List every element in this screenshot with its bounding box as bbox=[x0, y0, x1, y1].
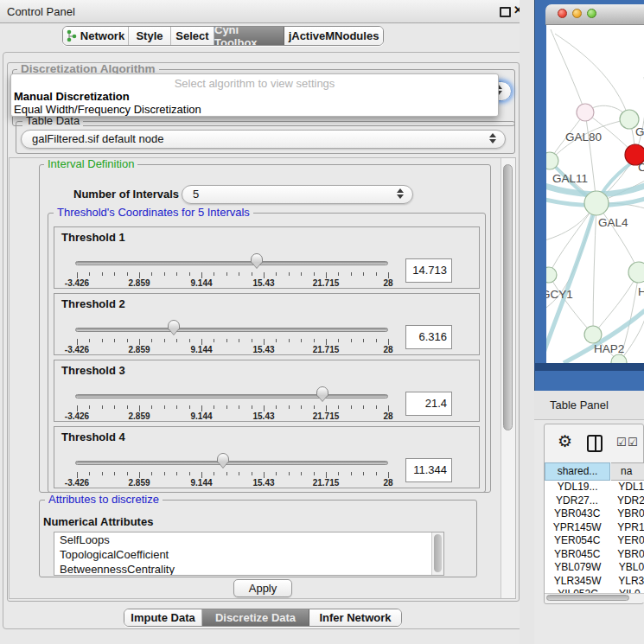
table-row[interactable]: YBR043CYBR0 bbox=[545, 507, 644, 521]
slider-tick bbox=[226, 472, 227, 475]
slider-track[interactable] bbox=[75, 461, 388, 465]
slider-tick bbox=[239, 405, 239, 409]
column-header-name[interactable]: na bbox=[611, 462, 644, 481]
cell-name: YBR0 bbox=[609, 548, 644, 562]
split-icon-divider bbox=[595, 437, 596, 450]
threshold-value-field[interactable]: 14.713 bbox=[405, 258, 452, 283]
tab-network[interactable]: Network bbox=[63, 27, 129, 45]
threshold-panel: Threshold 2-3.4262.8599.14415.4321.71528… bbox=[54, 293, 480, 355]
tab-jactivemnodules[interactable]: jActiveMNodules bbox=[284, 27, 383, 45]
attributes-list[interactable]: SelfLoopsTopologicalCoefficientBetweenne… bbox=[54, 532, 444, 576]
checkbox-icon-2[interactable]: ☑ bbox=[628, 436, 638, 449]
slider-tick bbox=[301, 472, 302, 475]
slider-tick bbox=[164, 339, 165, 342]
slider-tick bbox=[102, 272, 103, 276]
horizontal-scrollbar-thumb[interactable] bbox=[546, 595, 629, 601]
slider-tick bbox=[77, 339, 78, 345]
numerical-attributes-label: Numerical Attributes bbox=[43, 515, 153, 528]
network-node[interactable] bbox=[546, 267, 557, 283]
table-row[interactable]: YPR145WYPR1 bbox=[545, 521, 644, 535]
slider-tick bbox=[239, 339, 239, 342]
slider-tick bbox=[164, 405, 165, 409]
slider-tick bbox=[376, 472, 377, 475]
slider-tick bbox=[77, 472, 78, 478]
network-node[interactable] bbox=[584, 191, 609, 215]
table-row[interactable]: YDR27...YDR2 bbox=[545, 494, 644, 508]
table-row[interactable]: YDL19...YDL1 bbox=[545, 481, 644, 494]
number-of-intervals-combobox[interactable]: 5 bbox=[182, 185, 413, 204]
close-window-icon[interactable] bbox=[558, 9, 567, 18]
slider-tick bbox=[338, 405, 339, 409]
column-header-shared[interactable]: shared... bbox=[545, 462, 610, 481]
slider-tick bbox=[264, 272, 265, 278]
attributes-list-scrollbar[interactable] bbox=[431, 532, 443, 575]
slider-tick bbox=[351, 405, 352, 409]
network-node[interactable] bbox=[584, 326, 602, 343]
slider-track[interactable] bbox=[75, 394, 388, 399]
slider-tick bbox=[114, 405, 115, 409]
slider-tick-label: -3.426 bbox=[65, 345, 89, 354]
horizontal-scrollbar[interactable] bbox=[545, 593, 644, 603]
tab-impute-data[interactable]: Impute Data bbox=[124, 609, 202, 626]
slider-thumb[interactable] bbox=[168, 320, 180, 330]
slider-tick bbox=[388, 405, 389, 411]
slider-tick bbox=[326, 339, 327, 345]
slider-thumb[interactable] bbox=[217, 453, 229, 463]
tab-select[interactable]: Select bbox=[171, 27, 214, 45]
table-row[interactable]: YBL079WYBL0 bbox=[545, 561, 644, 575]
network-node[interactable] bbox=[577, 104, 594, 121]
table-row[interactable]: YER054CYER0 bbox=[545, 534, 644, 548]
attributes-group-title: Attributes to discretize bbox=[45, 494, 163, 506]
slider-track[interactable] bbox=[75, 261, 388, 265]
interval-definition-title: Interval Definition bbox=[44, 158, 137, 170]
slider-tick bbox=[388, 339, 389, 345]
gear-icon[interactable]: ⚙ bbox=[558, 432, 572, 451]
number-of-intervals-label: Number of Intervals bbox=[73, 188, 179, 201]
table-data-combobox[interactable]: galFiltered.sif default node bbox=[21, 130, 506, 149]
attributes-scrollbar-thumb[interactable] bbox=[434, 534, 442, 572]
slider-thumb[interactable] bbox=[251, 253, 263, 264]
panel-divider[interactable] bbox=[520, 0, 534, 644]
slider-tick bbox=[226, 339, 227, 342]
float-window-icon[interactable] bbox=[500, 7, 511, 17]
dropdown-option-equal-width[interactable]: Equal Width/Frequency Discretization bbox=[14, 103, 201, 116]
slider-thumb[interactable] bbox=[316, 386, 328, 397]
slider-tick-label: 28 bbox=[383, 278, 392, 288]
network-node[interactable] bbox=[546, 152, 558, 169]
threshold-value-field[interactable]: 6.316 bbox=[405, 325, 452, 349]
attribute-list-item[interactable]: SelfLoops bbox=[54, 532, 443, 547]
dropdown-option-manual[interactable]: Manual Discretization bbox=[14, 90, 130, 103]
slider-tick-label: -3.426 bbox=[65, 411, 89, 421]
attribute-list-item[interactable]: BetweennessCentrality bbox=[54, 562, 443, 576]
network-icon bbox=[67, 29, 77, 42]
network-canvas[interactable]: GAL80GAGAL11CGAL4GCY1HHAP2 bbox=[546, 25, 644, 363]
vertical-scrollbar-thumb[interactable] bbox=[503, 164, 513, 430]
slider-tick bbox=[176, 405, 177, 409]
minimize-window-icon[interactable] bbox=[572, 9, 582, 18]
slider-tick bbox=[376, 405, 377, 409]
table-row[interactable]: YBR045CYBR0 bbox=[545, 548, 644, 562]
tab-label: Infer Network bbox=[319, 611, 391, 624]
network-edge bbox=[593, 272, 639, 335]
apply-button[interactable]: Apply bbox=[233, 579, 292, 597]
slider-tick bbox=[176, 272, 177, 276]
slider-track[interactable] bbox=[75, 328, 388, 332]
table-panel-title: Table Panel bbox=[550, 399, 609, 411]
top-tab-bar: Network Style Select Cyni Toolbox jActiv… bbox=[62, 26, 384, 46]
tab-cyni-toolbox[interactable]: Cyni Toolbox bbox=[214, 27, 284, 45]
threshold-value-field[interactable]: 21.4 bbox=[405, 392, 452, 416]
tab-style[interactable]: Style bbox=[129, 27, 171, 45]
zoom-window-icon[interactable] bbox=[587, 9, 596, 18]
attribute-list-item[interactable]: TopologicalCoefficient bbox=[54, 547, 443, 562]
checkbox-icon-1[interactable]: ☑ bbox=[616, 436, 627, 449]
tab-infer-network[interactable]: Infer Network bbox=[309, 609, 401, 626]
slider-tick bbox=[351, 272, 352, 276]
table-row[interactable]: YLR345WYLR3 bbox=[545, 575, 644, 589]
split-columns-icon[interactable] bbox=[587, 435, 603, 452]
network-node[interactable] bbox=[628, 262, 644, 283]
slider-tick bbox=[127, 405, 128, 409]
slider-tick bbox=[89, 405, 90, 409]
tab-discretize-data[interactable]: Discretize Data bbox=[202, 609, 309, 626]
thresholds-group-title: Threshold's Coordinates for 5 Intervals bbox=[54, 207, 253, 219]
threshold-value-field[interactable]: 11.344 bbox=[405, 458, 452, 482]
